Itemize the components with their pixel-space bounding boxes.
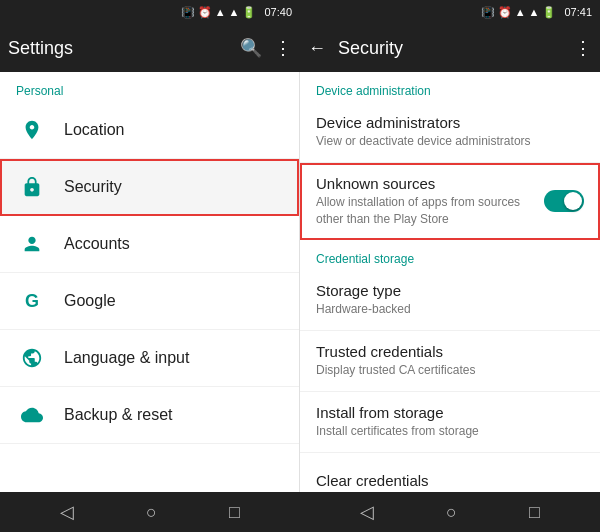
security-item-title: Storage type: [316, 282, 584, 299]
right-more-icon[interactable]: ⋮: [574, 37, 592, 59]
wifi-icon: ▲: [229, 6, 240, 18]
settings-item-label: Backup & reset: [64, 406, 173, 424]
settings-list: LocationSecurityAccountsGGoogleLanguage …: [0, 102, 299, 444]
settings-item-security[interactable]: Security: [0, 159, 299, 216]
security-item-title: Unknown sources: [316, 175, 536, 192]
right-status-bar: 📳 ⏰ ▲ ▲ 🔋 07:41: [300, 0, 600, 24]
security-item-content: Storage typeHardware-backed: [316, 282, 584, 318]
security-item-content: Device administratorsView or deactivate …: [316, 114, 584, 150]
security-item-content: Clear credentials: [316, 472, 584, 489]
security-item-storage-type[interactable]: Storage typeHardware-backed: [300, 270, 600, 331]
security-item-device-administrators[interactable]: Device administratorsView or deactivate …: [300, 102, 600, 163]
toggle-switch[interactable]: [544, 190, 584, 212]
right-time: 07:41: [564, 6, 592, 18]
section-label-0: Device administration: [300, 72, 600, 102]
security-item-subtitle: Install certificates from storage: [316, 423, 584, 440]
battery-icon-r: 🔋: [542, 6, 556, 19]
settings-item-label: Accounts: [64, 235, 130, 253]
security-item-content: Install from storageInstall certificates…: [316, 404, 584, 440]
right-recent-nav[interactable]: □: [529, 502, 540, 523]
settings-item-icon: [16, 399, 48, 431]
settings-item-label: Location: [64, 121, 125, 139]
back-icon[interactable]: ←: [308, 38, 326, 59]
battery-icon: 🔋: [242, 6, 256, 19]
security-item-unknown-sources[interactable]: Unknown sourcesAllow installation of app…: [300, 163, 600, 241]
security-item-title: Trusted credentials: [316, 343, 584, 360]
status-bars: 📳 ⏰ ▲ ▲ 🔋 07:40 📳 ⏰ ▲ ▲ 🔋 07:41: [0, 0, 600, 24]
main-content: Personal LocationSecurityAccountsGGoogle…: [0, 72, 600, 492]
settings-item-icon: [16, 228, 48, 260]
vibrate-icon: 📳: [181, 6, 195, 19]
settings-item-icon: [16, 342, 48, 374]
right-nav-bar: ◁ ○ □: [300, 492, 600, 532]
signal-icon-r: ▲: [529, 6, 540, 18]
settings-item-backup-&-reset[interactable]: Backup & reset: [0, 387, 299, 444]
security-title: Security: [338, 38, 574, 59]
left-home-nav[interactable]: ○: [146, 502, 157, 523]
toolbars: Settings 🔍 ⋮ ← Security ⋮: [0, 24, 600, 72]
left-toolbar: Settings 🔍 ⋮: [0, 24, 300, 72]
left-toolbar-icons: 🔍 ⋮: [240, 37, 292, 59]
settings-item-label: Google: [64, 292, 116, 310]
security-item-content: Unknown sourcesAllow installation of app…: [316, 175, 536, 228]
settings-item-icon: G: [16, 285, 48, 317]
security-item-subtitle: Display trusted CA certificates: [316, 362, 584, 379]
settings-item-accounts[interactable]: Accounts: [0, 216, 299, 273]
right-status-icons: 📳 ⏰ ▲ ▲ 🔋: [481, 6, 557, 19]
right-home-nav[interactable]: ○: [446, 502, 457, 523]
alarm-icon: ⏰: [198, 6, 212, 19]
settings-title: Settings: [8, 38, 240, 59]
left-status-icons: 📳 ⏰ ▲ ▲ 🔋: [181, 6, 257, 19]
settings-item-language-&-input[interactable]: Language & input: [0, 330, 299, 387]
right-toolbar: ← Security ⋮: [300, 24, 600, 72]
security-item-subtitle: View or deactivate device administrators: [316, 133, 584, 150]
section-label-1: Credential storage: [300, 240, 600, 270]
security-item-clear-credentials[interactable]: Clear credentials: [300, 453, 600, 492]
more-icon[interactable]: ⋮: [274, 37, 292, 59]
left-panel: Personal LocationSecurityAccountsGGoogle…: [0, 72, 300, 492]
left-nav-bar: ◁ ○ □: [0, 492, 300, 532]
nav-bars: ◁ ○ □ ◁ ○ □: [0, 492, 600, 532]
settings-item-label: Security: [64, 178, 122, 196]
settings-item-location[interactable]: Location: [0, 102, 299, 159]
alarm-icon-r: ⏰: [498, 6, 512, 19]
signal-icon: ▲: [215, 6, 226, 18]
settings-item-label: Language & input: [64, 349, 189, 367]
security-item-subtitle: Allow installation of apps from sources …: [316, 194, 536, 228]
security-item-subtitle: Hardware-backed: [316, 301, 584, 318]
security-sections: Device administrationDevice administrato…: [300, 72, 600, 492]
left-time: 07:40: [264, 6, 292, 18]
vibrate-icon-r: 📳: [481, 6, 495, 19]
security-item-title: Device administrators: [316, 114, 584, 131]
personal-section-label: Personal: [0, 72, 299, 102]
security-item-content: Trusted credentialsDisplay trusted CA ce…: [316, 343, 584, 379]
security-item-trusted-credentials[interactable]: Trusted credentialsDisplay trusted CA ce…: [300, 331, 600, 392]
left-status-bar: 📳 ⏰ ▲ ▲ 🔋 07:40: [0, 0, 300, 24]
search-icon[interactable]: 🔍: [240, 37, 262, 59]
security-item-title: Install from storage: [316, 404, 584, 421]
left-recent-nav[interactable]: □: [229, 502, 240, 523]
settings-item-icon: [16, 171, 48, 203]
wifi-icon-r: ▲: [515, 6, 526, 18]
settings-item-google[interactable]: GGoogle: [0, 273, 299, 330]
right-back-nav[interactable]: ◁: [360, 501, 374, 523]
left-back-nav[interactable]: ◁: [60, 501, 74, 523]
security-item-install-from-storage[interactable]: Install from storageInstall certificates…: [300, 392, 600, 453]
settings-item-icon: [16, 114, 48, 146]
right-panel: Device administrationDevice administrato…: [300, 72, 600, 492]
security-item-title: Clear credentials: [316, 472, 584, 489]
